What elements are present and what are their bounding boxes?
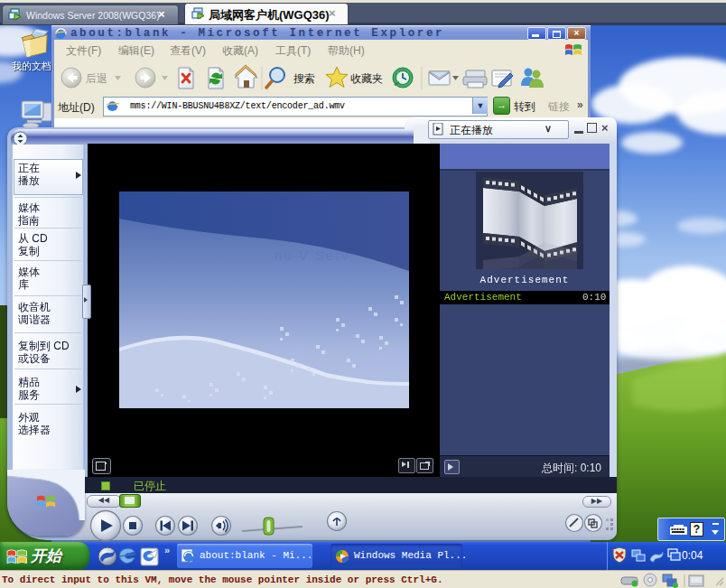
svg-text:搜索: 搜索 [293, 72, 315, 85]
svg-text:后退: 后退 [86, 72, 107, 85]
svg-text:nu V Serv: nu V Serv [275, 247, 350, 263]
svg-text:收藏夹: 收藏夹 [350, 72, 383, 85]
